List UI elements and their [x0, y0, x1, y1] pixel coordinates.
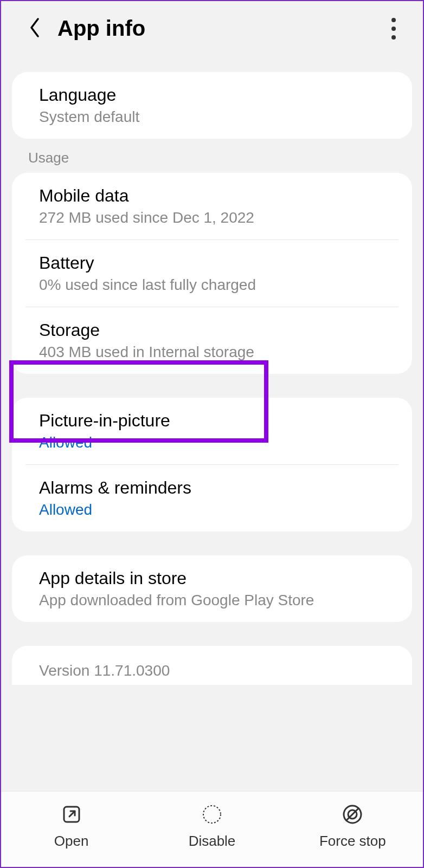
alarms-item[interactable]: Alarms & reminders Allowed [12, 465, 412, 532]
force-stop-button[interactable]: Force stop [282, 802, 423, 850]
version-section: Version 11.71.0300 [12, 646, 412, 685]
overflow-menu-icon[interactable] [391, 18, 407, 40]
svg-point-2 [203, 806, 221, 823]
open-icon [60, 802, 83, 826]
bottom-bar: Open Disable Force stop [1, 791, 423, 867]
mobile-data-sub: 272 MB used since Dec 1, 2022 [39, 209, 393, 226]
store-sub: App downloaded from Google Play Store [39, 592, 393, 609]
language-sub: System default [39, 108, 393, 126]
store-card: App details in store App downloaded from… [12, 555, 412, 622]
disable-icon [200, 802, 224, 826]
mobile-data-title: Mobile data [39, 186, 393, 206]
pip-sub: Allowed [39, 434, 393, 451]
pip-title: Picture-in-picture [39, 411, 393, 431]
usage-section-header: Usage [1, 139, 423, 173]
battery-title: Battery [39, 253, 393, 273]
mobile-data-item[interactable]: Mobile data 272 MB used since Dec 1, 202… [12, 173, 412, 239]
back-icon[interactable] [28, 17, 41, 41]
storage-title: Storage [39, 320, 393, 340]
battery-item[interactable]: Battery 0% used since last fully charged [12, 240, 412, 307]
store-title: App details in store [39, 568, 393, 588]
force-stop-icon [341, 802, 364, 826]
language-title: Language [39, 85, 393, 105]
language-card: Language System default [12, 72, 412, 139]
version-text: Version 11.71.0300 [39, 662, 393, 679]
storage-sub: 403 MB used in Internal storage [39, 344, 393, 361]
pip-item[interactable]: Picture-in-picture Allowed [12, 398, 412, 464]
alarms-title: Alarms & reminders [39, 478, 393, 498]
battery-sub: 0% used since last fully charged [39, 276, 393, 294]
language-item[interactable]: Language System default [12, 72, 412, 139]
header-left: App info [28, 16, 145, 41]
alarms-sub: Allowed [39, 501, 393, 519]
header: App info [1, 1, 423, 56]
storage-item[interactable]: Storage 403 MB used in Internal storage [12, 307, 412, 374]
force-stop-label: Force stop [319, 833, 386, 850]
usage-card: Mobile data 272 MB used since Dec 1, 202… [12, 173, 412, 374]
disable-button[interactable]: Disable [142, 802, 282, 850]
store-item[interactable]: App details in store App downloaded from… [12, 555, 412, 622]
open-label: Open [54, 833, 89, 850]
permissions-card: Picture-in-picture Allowed Alarms & remi… [12, 398, 412, 532]
page-title: App info [57, 16, 145, 41]
open-button[interactable]: Open [1, 802, 142, 850]
disable-label: Disable [189, 833, 236, 850]
